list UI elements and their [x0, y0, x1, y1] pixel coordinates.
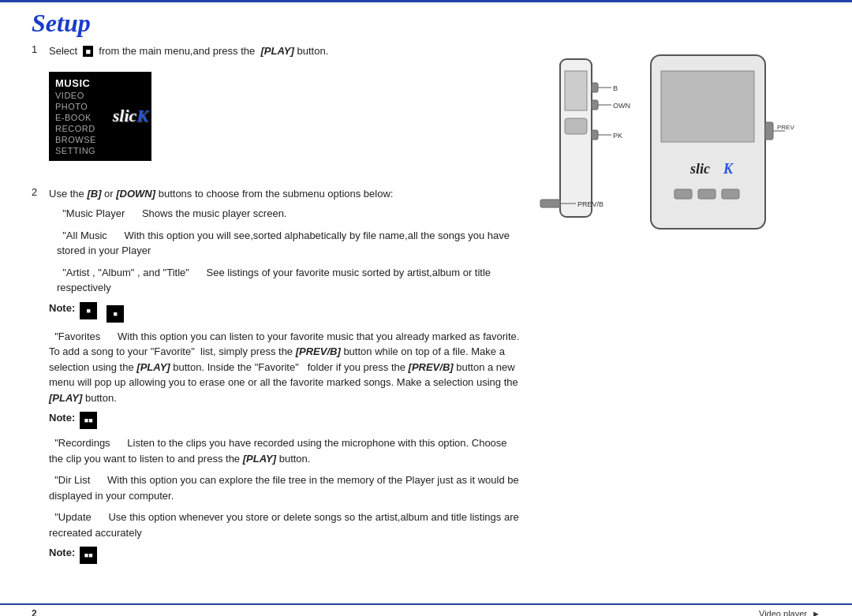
- device-slim-svg: B OWN PK PREV/B: [536, 51, 631, 241]
- step-1-content: Select ■ from the main menu,and press th…: [49, 43, 521, 177]
- note-2: Note: ■■: [49, 412, 521, 429]
- page-number: 2: [32, 608, 37, 616]
- sub-item-artist: "Artist , "Album" , and "Title" See list…: [57, 265, 521, 296]
- note-1: Note: ■ ■: [49, 302, 521, 323]
- page-footer: 2 Video player ►: [32, 608, 820, 616]
- svg-rect-22: [765, 122, 773, 140]
- sub-item-label-recordings: Recordings: [58, 437, 110, 449]
- step-1-number: 1: [32, 43, 49, 177]
- step-1-play-button: [PLAY]: [261, 45, 294, 57]
- svg-rect-2: [565, 118, 587, 134]
- menu-item-browse: BROWSE: [55, 134, 145, 145]
- sub-item-desc-recordings: Listen to the clips you have recorded us…: [49, 437, 507, 465]
- sub-item-dirlist: "Dir List With this option you can explo…: [49, 472, 521, 503]
- sub-item-desc-all-music: With this option you will see,sorted alp…: [57, 230, 510, 257]
- sub-item-label-all-music: All Music: [66, 230, 107, 241]
- menu-item-setting: SETTING: [55, 145, 145, 156]
- sub-item-desc-update: Use this option whenever you store or de…: [49, 511, 519, 539]
- step-1: 1 Select ■ from the main menu,and press …: [32, 43, 521, 177]
- step-1-suffix: button.: [297, 45, 329, 57]
- note-3: Note: ■■: [49, 547, 521, 564]
- sub-item-favorites: "Favorites With this option you can list…: [49, 329, 521, 406]
- menu-display: MUSIC VIDEO PHOTO E-BOOK RECORD BROWSE S…: [49, 67, 151, 169]
- device-wide-diagram: slic K PREV: [647, 51, 785, 243]
- svg-rect-21: [722, 189, 739, 199]
- main-layout: 1 Select ■ from the main menu,and press …: [32, 43, 820, 580]
- sub-item-label-music-player: Music Player: [66, 207, 125, 219]
- sub-item-desc-dirlist: With this option you can explore the fil…: [49, 474, 519, 502]
- sub-item-label-title: Title: [166, 267, 185, 278]
- step-1-middle: from the main menu,and press the: [99, 45, 255, 57]
- svg-rect-3: [592, 83, 598, 92]
- note-1-label: Note:: [49, 302, 75, 314]
- footer-video-text: Video player: [759, 609, 807, 616]
- sub-item-desc-music-player: Shows the music player screen.: [142, 207, 287, 219]
- step-2-text: Use the [B] or [DOWN] buttons to choose …: [49, 186, 521, 202]
- step-2-number: 2: [32, 186, 49, 571]
- svg-rect-1: [565, 71, 587, 110]
- sub-item-music-player: "Music Player Shows the music player scr…: [57, 206, 521, 222]
- menu-box: MUSIC VIDEO PHOTO E-BOOK RECORD BROWSE S…: [49, 72, 151, 161]
- page-title-icon: Setup: [32, 10, 91, 35]
- step-1-text: Select ■ from the main menu,and press th…: [49, 43, 521, 59]
- sub-item-update: "Update Use this option whenever you sto…: [49, 510, 521, 540]
- note-3-label: Note:: [49, 547, 75, 558]
- sub-item-label-dirlist: Dir List: [58, 474, 90, 486]
- sub-item-label-artist: Artist: [66, 267, 90, 278]
- sub-item-recordings: "Recordings Listen to the clips you have…: [49, 435, 521, 466]
- svg-text:PK: PK: [613, 132, 622, 140]
- svg-rect-19: [674, 189, 692, 199]
- text-column: 1 Select ■ from the main menu,and press …: [32, 43, 521, 580]
- device-wide-svg: slic K PREV: [647, 51, 785, 241]
- step-1-select-label: Select: [49, 45, 77, 57]
- bottom-decorative-line: [0, 603, 852, 605]
- svg-text:slic: slic: [689, 161, 710, 177]
- svg-rect-16: [661, 71, 754, 142]
- svg-text:PREV: PREV: [777, 124, 794, 131]
- svg-text:OWN: OWN: [613, 102, 630, 110]
- sub-item-desc-favorites: With this option you can listen to your …: [49, 330, 519, 404]
- svg-rect-20: [698, 189, 716, 199]
- brand-overlay: slicK: [113, 106, 148, 126]
- content-area: Setup 1 Select ■ from the main menu,and …: [0, 2, 852, 616]
- note-2-icon: ■■: [80, 412, 97, 429]
- step-2-content: Use the [B] or [DOWN] buttons to choose …: [49, 186, 521, 571]
- svg-rect-4: [592, 100, 598, 110]
- note-3-icon: ■■: [80, 547, 97, 564]
- svg-rect-5: [592, 130, 598, 140]
- note-1-icon2: ■: [106, 305, 124, 323]
- diagrams-column: B OWN PK PREV/B: [536, 43, 820, 580]
- note-1-icon: ■: [80, 302, 97, 319]
- note-2-label: Note:: [49, 412, 75, 424]
- sub-item-label-update: Update: [58, 511, 92, 523]
- step-2: 2 Use the [B] or [DOWN] buttons to choos…: [32, 186, 521, 571]
- menu-item-music: MUSIC: [55, 77, 145, 90]
- menu-item-video: VIDEO: [55, 90, 145, 101]
- svg-rect-12: [540, 200, 560, 207]
- svg-text:B: B: [613, 84, 618, 92]
- sub-item-label-album: Album: [102, 267, 131, 278]
- sub-item-all-music: "All Music With this option you will see…: [57, 228, 521, 259]
- sub-items-group: "Music Player Shows the music player scr…: [57, 206, 521, 296]
- page-container: Setup 1 Select ■ from the main menu,and …: [0, 0, 852, 616]
- sub-item-label-favorites: Favorites: [58, 330, 100, 342]
- svg-text:K: K: [723, 161, 734, 177]
- footer-video-icon: ►: [812, 609, 820, 616]
- footer-video-label: Video player ►: [759, 609, 820, 616]
- header-section: Setup: [32, 10, 820, 35]
- svg-text:PREV/B: PREV/B: [577, 200, 604, 208]
- device-slim-diagram: B OWN PK PREV/B: [536, 51, 631, 243]
